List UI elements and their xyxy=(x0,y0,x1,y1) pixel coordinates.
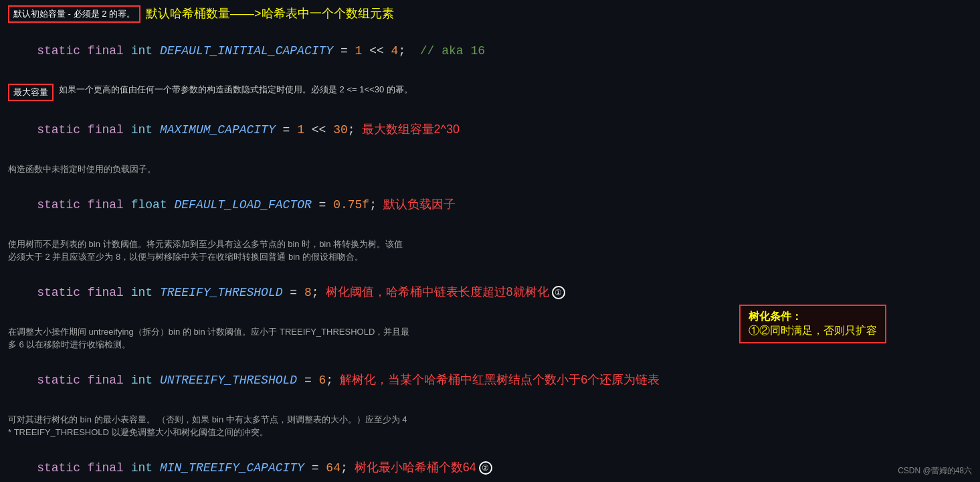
comment-load-factor: 构造函数中未指定时使用的负载因子。 xyxy=(8,163,972,176)
kw-static-1: static xyxy=(37,44,80,58)
circle-1: ① xyxy=(552,286,565,299)
var-default-load-factor: DEFAULT_LOAD_FACTOR xyxy=(175,198,312,212)
kw-final-2: final xyxy=(88,123,124,137)
comment-aka16: // aka 16 xyxy=(405,44,485,58)
code-min-treeify-capacity: static final int MIN_TREEIFY_CAPACITY = … xyxy=(8,440,972,483)
num-5: 0.75f xyxy=(333,198,369,212)
num-4: 30 xyxy=(333,123,348,137)
treeify-condition-box: 树化条件： ①②同时满足，否则只扩容 xyxy=(739,305,886,343)
kw-int-5: int xyxy=(131,461,153,475)
var-treeify-threshold: TREEIFY_THRESHOLD xyxy=(160,286,283,299)
num-6: 8 xyxy=(304,286,312,299)
comment-load-factor-inline: 默认负载因子 xyxy=(377,197,456,211)
kw-final-5: final xyxy=(88,374,124,387)
redbox-max-capacity: 最大容量 xyxy=(8,84,54,101)
num-1: 1 xyxy=(355,44,363,58)
kw-int-3: int xyxy=(131,286,153,299)
kw-final-3: final xyxy=(88,198,124,212)
comment-untreeify-inline: 解树化，当某个哈希桶中红黑树结点个数小于6个还原为链表 xyxy=(333,373,660,386)
kw-static-4: static xyxy=(37,286,80,299)
num-8: 64 xyxy=(326,461,340,475)
csdn-watermark: CSDN @蕾姆的48六 xyxy=(898,465,972,477)
treeify-box-title: 树化条件： xyxy=(749,310,877,324)
comment-treeify-inline: 树化阈值，哈希桶中链表长度超过8就树化 xyxy=(319,285,549,299)
num-7: 6 xyxy=(319,374,326,387)
circle-2: ② xyxy=(479,461,492,475)
kw-static-3: static xyxy=(37,198,80,212)
num-3: 1 xyxy=(297,123,304,137)
section-default-initial-capacity: 默认初始容量 - 必须是 2 的幂。 默认哈希桶数量——>哈希表中一个个数组元素 xyxy=(8,5,972,23)
code-default-load-factor: static final float DEFAULT_LOAD_FACTOR =… xyxy=(8,177,972,232)
section-maximum-capacity: 最大容量 如果一个更高的值由任何一个带参数的构造函数隐式指定时使用。必须是 2 … xyxy=(8,84,972,101)
var-default-initial-capacity: DEFAULT_INITIAL_CAPACITY xyxy=(160,44,333,58)
kw-final-1: final xyxy=(88,44,124,58)
kw-int-4: int xyxy=(131,374,153,387)
treeify-box-text: ①②同时满足，否则只扩容 xyxy=(749,324,877,338)
main-container: 默认初始容量 - 必须是 2 的幂。 默认哈希桶数量——>哈希表中一个个数组元素… xyxy=(0,0,980,482)
kw-static-2: static xyxy=(37,123,80,137)
kw-float-1: float xyxy=(131,198,167,212)
comment-min-treeify-inline: 树化最小哈希桶个数64 xyxy=(348,461,476,474)
comment-max-capacity: 最大数组容量2^30 xyxy=(355,123,460,136)
num-2: 4 xyxy=(391,44,399,58)
var-min-treeify-capacity: MIN_TREEIFY_CAPACITY xyxy=(160,461,304,475)
annotation-max-capacity: 如果一个更高的值由任何一个带参数的构造函数隐式指定时使用。必须是 2 <= 1<… xyxy=(59,84,413,96)
comment-treeify-1: 使用树而不是列表的 bin 计数阈值。将元素添加到至少具有这么多节点的 bin … xyxy=(8,238,972,264)
comment-min-treeify-1: 可对其进行树化的 bin 的最小表容量。 （否则，如果 bin 中有太多节点，则… xyxy=(8,413,972,439)
kw-int-2: int xyxy=(131,123,153,137)
kw-final-4: final xyxy=(88,286,124,299)
kw-int-1: int xyxy=(131,44,153,58)
code-default-initial-capacity: static final int DEFAULT_INITIAL_CAPACIT… xyxy=(8,24,972,78)
kw-final-6: final xyxy=(88,461,124,475)
code-untreeify-threshold: static final int UNTREEIFY_THRESHOLD = 6… xyxy=(8,353,972,408)
redbox-default-capacity: 默认初始容量 - 必须是 2 的幂。 xyxy=(8,5,140,23)
kw-static-5: static xyxy=(37,374,80,387)
kw-static-6: static xyxy=(37,461,80,475)
annotation-default-capacity: 默认哈希桶数量——>哈希表中一个个数组元素 xyxy=(146,5,394,21)
code-maximum-capacity: static final int MAXIMUM_CAPACITY = 1 <<… xyxy=(8,102,972,157)
var-maximum-capacity: MAXIMUM_CAPACITY xyxy=(160,123,276,137)
var-untreeify-threshold: UNTREEIFY_THRESHOLD xyxy=(160,374,297,387)
